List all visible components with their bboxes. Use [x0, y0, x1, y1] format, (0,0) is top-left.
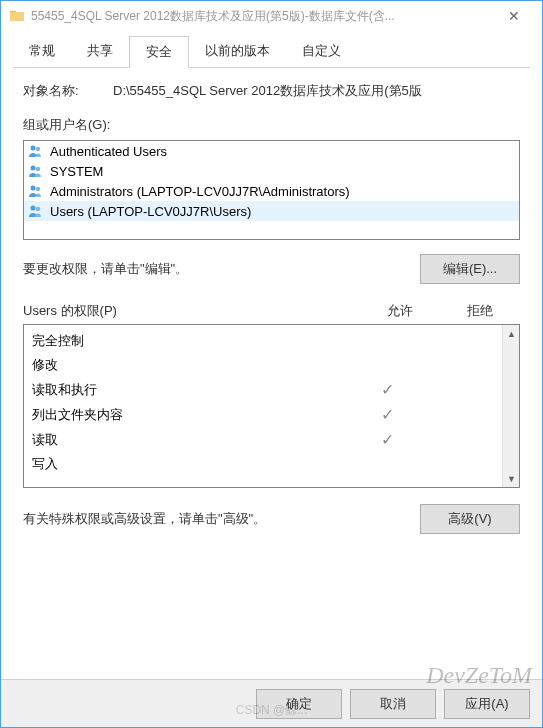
permission-name: 完全控制 [32, 332, 349, 350]
users-group-icon [28, 163, 44, 179]
tab-sharing[interactable]: 共享 [71, 36, 129, 68]
svg-point-4 [31, 186, 36, 191]
svg-point-7 [36, 207, 40, 211]
permission-row: 修改 [32, 353, 501, 377]
allow-checkmark: ✓ [349, 430, 425, 449]
permission-row: 列出文件夹内容✓ [32, 402, 501, 427]
groups-listbox[interactable]: Authenticated UsersSYSTEMAdministrators … [23, 140, 520, 240]
security-panel: 对象名称: D:\55455_4SQL Server 2012数据库技术及应用(… [13, 68, 530, 534]
list-item-label: Users (LAPTOP-LCV0JJ7R\Users) [50, 204, 251, 219]
edit-button[interactable]: 编辑(E)... [420, 254, 520, 284]
window-title: 55455_4SQL Server 2012数据库技术及应用(第5版)-数据库文… [31, 8, 494, 25]
permission-name: 列出文件夹内容 [32, 406, 349, 424]
advanced-button[interactable]: 高级(V) [420, 504, 520, 534]
list-item-label: SYSTEM [50, 164, 103, 179]
tab-customize[interactable]: 自定义 [286, 36, 357, 68]
groups-label: 组或用户名(G): [23, 116, 520, 134]
list-item[interactable]: Administrators (LAPTOP-LCV0JJ7R\Administ… [24, 181, 519, 201]
dialog-button-bar: 确定 取消 应用(A) [1, 679, 542, 727]
allow-checkmark: ✓ [349, 380, 425, 399]
svg-point-5 [36, 187, 40, 191]
object-name-label: 对象名称: [23, 82, 113, 100]
tab-general[interactable]: 常规 [13, 36, 71, 68]
ok-button[interactable]: 确定 [256, 689, 342, 719]
scrollbar[interactable]: ▲ ▼ [502, 325, 519, 487]
tab-previous-versions[interactable]: 以前的版本 [189, 36, 286, 68]
permission-name: 读取 [32, 431, 349, 449]
permission-name: 读取和执行 [32, 381, 349, 399]
permission-row: 写入 [32, 452, 501, 476]
folder-icon [9, 8, 25, 24]
permission-name: 写入 [32, 455, 349, 473]
scroll-up-button[interactable]: ▲ [503, 325, 520, 342]
scroll-down-button[interactable]: ▼ [503, 470, 520, 487]
tab-security[interactable]: 安全 [129, 36, 189, 68]
list-item[interactable]: Users (LAPTOP-LCV0JJ7R\Users) [24, 201, 519, 221]
permission-row: 读取✓ [32, 427, 501, 452]
svg-point-2 [31, 166, 36, 171]
tab-strip: 常规 共享 安全 以前的版本 自定义 [13, 35, 530, 68]
permissions-header: Users 的权限(P) [23, 302, 360, 320]
cancel-button[interactable]: 取消 [350, 689, 436, 719]
deny-header: 拒绝 [440, 302, 520, 320]
list-item[interactable]: SYSTEM [24, 161, 519, 181]
users-group-icon [28, 143, 44, 159]
svg-point-3 [36, 167, 40, 171]
list-item[interactable]: Authenticated Users [24, 141, 519, 161]
users-group-icon [28, 183, 44, 199]
list-item-label: Authenticated Users [50, 144, 167, 159]
permission-row: 完全控制 [32, 329, 501, 353]
svg-point-1 [36, 147, 40, 151]
apply-button[interactable]: 应用(A) [444, 689, 530, 719]
permissions-listbox: 完全控制修改读取和执行✓列出文件夹内容✓读取✓写入 ▲ ▼ [23, 324, 520, 488]
permission-row: 读取和执行✓ [32, 377, 501, 402]
edit-hint-text: 要更改权限，请单击"编辑"。 [23, 260, 188, 278]
titlebar: 55455_4SQL Server 2012数据库技术及应用(第5版)-数据库文… [1, 1, 542, 31]
allow-checkmark: ✓ [349, 405, 425, 424]
object-name-value: D:\55455_4SQL Server 2012数据库技术及应用(第5版 [113, 82, 520, 100]
close-button[interactable]: ✕ [494, 8, 534, 24]
list-item-label: Administrators (LAPTOP-LCV0JJ7R\Administ… [50, 184, 350, 199]
advanced-hint-text: 有关特殊权限或高级设置，请单击"高级"。 [23, 510, 266, 528]
allow-header: 允许 [360, 302, 440, 320]
users-group-icon [28, 203, 44, 219]
svg-point-6 [31, 206, 36, 211]
svg-point-0 [31, 146, 36, 151]
permission-name: 修改 [32, 356, 349, 374]
